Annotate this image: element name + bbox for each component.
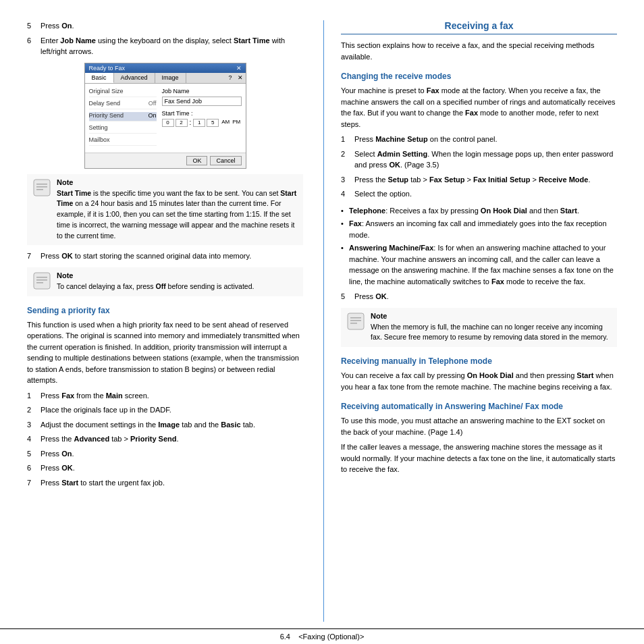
left-column: 5 Press On. 6 Enter Job Name using the k… [27,20,303,622]
right-column: Receiving a fax This section explains ho… [323,20,617,622]
priority-steps: 1 Press Fax from the Main screen. 2 Plac… [27,390,303,489]
svg-rect-6 [36,279,47,281]
option-answering: Answering Machine/Fax: Is for when an an… [341,242,617,287]
svg-rect-2 [36,186,47,188]
mode-options: Telephone: Receives a fax by pressing On… [341,205,617,288]
svg-rect-8 [348,313,364,329]
priority-step-3: 3 Adjust the document settings in the Im… [27,419,303,431]
dialog-ok-button[interactable]: OK [186,156,207,165]
priority-step-7: 7 Press Start to start the urgent fax jo… [27,477,303,489]
svg-rect-11 [350,323,357,324]
option-telephone: Telephone: Receives a fax by pressing On… [341,205,617,217]
footer-text: <Faxing (Optional)> [298,633,364,641]
svg-rect-10 [350,320,361,321]
dialog-close[interactable]: ✕ [235,73,246,83]
note-memory: Note When the memory is full, the machin… [341,308,617,348]
svg-rect-0 [34,180,50,196]
dialog-tabs: Basic Advanced Image ? ✕ [85,73,246,84]
priority-step-4: 4 Press the Advanced tab > Priority Send… [27,433,303,445]
modes-step-1: 1 Press Machine Setup on the control pan… [341,134,617,145]
tab-image[interactable]: Image [155,73,186,83]
page-number: 6.4 [280,633,290,641]
changing-modes-intro: Your machine is preset to Fax mode at th… [341,85,617,130]
priority-step-2: 2 Place the originals face up in the DAD… [27,404,303,416]
job-name-input[interactable] [162,97,242,106]
modes-step-3: 3 Press the Setup tab > Fax Setup > Fax … [341,174,617,186]
mailbox-row: Mailbox [89,136,157,146]
priority-step-5: 5 Press On. [27,448,303,460]
start-time-label: Start Time : [162,110,242,117]
dialog-body: Original Size Delay Send Off Priority Se… [85,84,246,153]
dialog-cancel-button[interactable]: Cancel [210,156,241,165]
min-box[interactable]: 1 [193,119,205,127]
step-6: 6 Enter Job Name using the keyboard on t… [27,35,303,57]
svg-rect-3 [36,189,43,190]
content-area: 5 Press On. 6 Enter Job Name using the k… [0,0,644,628]
changing-modes-heading: Changing the receive modes [341,72,617,81]
modes-steps: 1 Press Machine Setup on the control pan… [341,134,617,200]
note-icon-2 [32,271,51,290]
note3-title: Note [371,312,612,320]
priority-send-row: Priority Send On [89,112,157,122]
fax-dialog: Ready to Fax ✕ Basic Advanced Image ? ✕ [84,63,246,169]
receiving-fax-heading: Receiving a fax [341,20,617,34]
answering-machine-para2: If the caller leaves a message, the answ… [341,441,617,475]
receiving-intro: This section explains how to receive a f… [341,40,617,62]
min-box2[interactable]: 5 [207,119,219,127]
original-size-row: Original Size [89,88,157,97]
job-name-label: Job Name [162,88,242,95]
priority-fax-intro: This function is used when a high priori… [27,319,303,386]
modes-step-5: 5 Press OK. [341,291,617,302]
note2-text: To cancel delaying a fax, press Off befo… [57,281,298,292]
svg-rect-5 [36,277,47,278]
note2-title: Note [57,271,298,279]
modes-step-2: 2 Select Admin Setting. When the login m… [341,149,617,171]
note-cancel-fax: Note To cancel delaying a fax, press Off… [27,267,303,296]
svg-rect-1 [36,184,47,185]
modes-step5-list: 5 Press OK. [341,291,617,302]
tab-basic[interactable]: Basic [85,73,114,83]
note-icon-1 [32,178,51,197]
note3-text: When the memory is full, the machine can… [371,322,612,344]
priority-step-1: 1 Press Fax from the Main screen. [27,390,303,402]
telephone-mode-heading: Receiving manually in Telephone mode [341,356,617,366]
dialog-help[interactable]: ? [225,73,234,83]
note-icon-3 [346,312,365,331]
note1-title: Note [57,178,298,186]
dialog-fields: Original Size Delay Send Off Priority Se… [89,88,157,149]
page-footer: 6.4 <Faxing (Optional)> [0,628,644,644]
dialog-options: Job Name Start Time : 0 2 : 1 5 AM PM [162,88,242,149]
dialog-titlebar: Ready to Fax ✕ [85,63,246,73]
dialog-image: Ready to Fax ✕ Basic Advanced Image ? ✕ [27,63,303,169]
answering-machine-heading: Receiving automatically in Answering Mac… [341,402,617,411]
priority-fax-heading: Sending a priority fax [27,306,303,315]
answering-machine-para1: To use this mode, you must attache an an… [341,415,617,437]
svg-rect-9 [350,317,361,319]
svg-rect-4 [34,273,50,289]
modes-step-4: 4 Select the option. [341,188,617,200]
option-fax: Fax: Answers an incoming fax call and im… [341,218,617,240]
dialog-footer: OK Cancel [85,153,246,168]
setting-row: Setting [89,124,157,134]
note-start-time: Note Start Time is the specific time you… [27,174,303,246]
step-7: 7 Press OK to start storing the scanned … [27,250,303,262]
hour-box2[interactable]: 2 [176,119,188,127]
hour-box[interactable]: 0 [162,119,174,127]
telephone-mode-text: You can receive a fax call by pressing O… [341,370,617,392]
svg-rect-7 [36,282,43,284]
page: 5 Press On. 6 Enter Job Name using the k… [0,0,644,644]
time-controls: 0 2 : 1 5 AM PM [162,119,242,127]
pmtoggle[interactable]: PM [232,119,240,127]
priority-step-6: 6 Press OK. [27,462,303,474]
step-5a: 5 Press On. [27,20,303,32]
ampm[interactable]: AM [221,119,230,127]
tab-advanced[interactable]: Advanced [114,73,155,83]
note1-text: Start Time is the specific time you want… [57,188,298,242]
delay-send-row: Delay Send Off [89,100,157,109]
